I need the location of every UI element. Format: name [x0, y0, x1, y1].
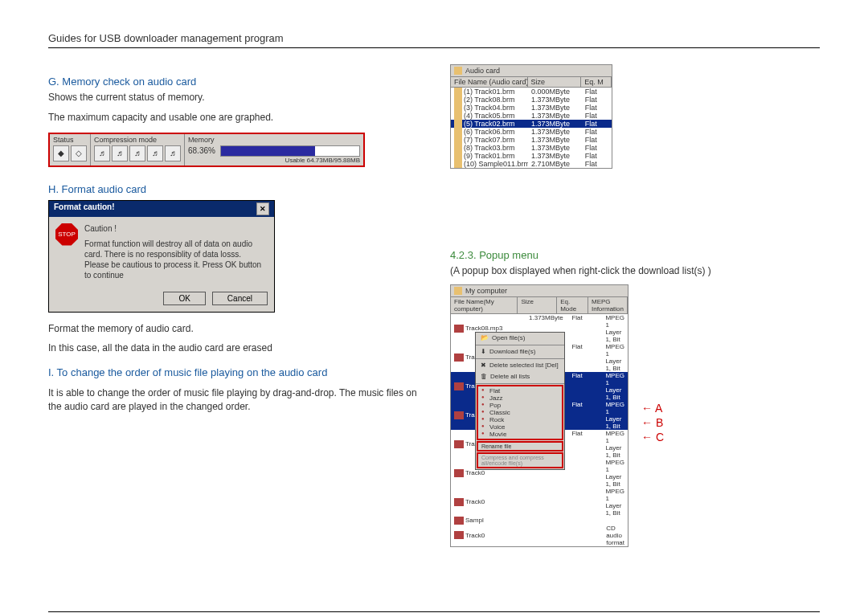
label-a: A: [641, 401, 664, 415]
cm-eq-submenu: FlatJazzPopClassicRockVoiceMovie: [477, 385, 563, 440]
table-row[interactable]: (6) Track06.brm1.373MByteFlat: [451, 128, 612, 136]
table-row[interactable]: (8) Track03.brm1.373MByteFlat: [451, 144, 612, 152]
cm-eq-item[interactable]: Rock: [478, 416, 562, 423]
table-row[interactable]: (2) Track08.brm1.373MByteFlat: [451, 96, 612, 104]
table-row[interactable]: (3) Track04.brm1.373MByteFlat: [451, 104, 612, 112]
comp-icon-2[interactable]: ♬: [112, 145, 128, 161]
cm-eq-item[interactable]: Pop: [478, 402, 562, 409]
section-h-line2: In this case, all the data in the audio …: [48, 341, 418, 355]
cm-eq-item[interactable]: Movie: [478, 431, 562, 438]
cm-compress: Compress and compress all/encode file(s): [477, 452, 563, 468]
music-icon: [454, 517, 464, 525]
file-icon: [454, 152, 462, 160]
section-423-body: (A popup box displayed when right-click …: [450, 264, 820, 278]
col-filename[interactable]: File Name (Audio card): [451, 77, 528, 87]
mycomputer-title: My computer: [465, 287, 507, 295]
audio-card-title: Audio card: [465, 67, 500, 75]
delete-icon: ✖: [481, 362, 486, 369]
cm-download[interactable]: ⬇ Download file(s): [476, 346, 564, 358]
dialog-caution: Caution !: [84, 223, 268, 234]
status-icon-1[interactable]: ◆: [53, 145, 69, 161]
col-size[interactable]: Size: [528, 77, 582, 87]
close-icon[interactable]: ✕: [256, 202, 269, 215]
table-row[interactable]: Track0MPEG 1 Layer 1, Bit: [451, 488, 628, 517]
download-icon: ⬇: [481, 348, 486, 355]
comp-icon-1[interactable]: ♬: [94, 145, 110, 161]
pw-col-name[interactable]: File Name(My computer): [451, 297, 518, 313]
file-icon: [454, 96, 462, 104]
ok-button[interactable]: OK: [163, 292, 205, 305]
memory-label: Memory: [188, 136, 360, 144]
file-icon: [454, 160, 462, 168]
section-g-title: G. Memory check on audio card: [48, 76, 418, 88]
table-row[interactable]: (9) Track01.brm1.373MByteFlat: [451, 152, 612, 160]
dialog-body: Format function will destroy all of data…: [84, 239, 268, 280]
compression-label: Compression mode: [94, 136, 181, 144]
section-423-title: 4.2.3. Popup menu: [450, 249, 820, 261]
section-h-line1: Format the memory of audio card.: [48, 322, 418, 336]
table-row[interactable]: (5) Track02.brm1.373MByteFlat: [451, 120, 612, 128]
section-g-line1: Shows the current status of memory.: [48, 91, 418, 104]
folder-icon: [454, 67, 462, 75]
table-row[interactable]: (7) Track07.brm1.373MByteFlat: [451, 136, 612, 144]
file-icon: [454, 128, 462, 136]
stop-icon: STOP: [55, 223, 78, 246]
file-icon: [454, 104, 462, 112]
audio-card-window: Audio card File Name (Audio card) Size E…: [450, 64, 612, 169]
label-b: B: [641, 415, 664, 430]
table-row[interactable]: Sampl: [451, 517, 628, 525]
table-row[interactable]: (1) Track01.brm0.000MByteFlat: [451, 88, 612, 96]
music-icon: [454, 353, 464, 362]
mycomputer-window: My computer File Name(My computer) Size …: [450, 284, 628, 547]
pw-col-size[interactable]: Size: [518, 297, 557, 313]
section-i-body: It is able to change the order of music …: [48, 386, 418, 414]
section-g-line2: The maximum capacity and usable one are …: [48, 111, 418, 125]
comp-icon-5[interactable]: ♬: [165, 145, 181, 161]
dialog-title: Format caution!: [54, 202, 115, 215]
cm-delete-selected[interactable]: ✖ Delete selected list [Del]: [476, 360, 564, 371]
comp-icon-4[interactable]: ♬: [147, 145, 163, 161]
memory-usable: Usable 64.73MB/95.88MB: [188, 157, 360, 164]
cm-delete-all[interactable]: 🗑 Delete all lists: [476, 371, 564, 382]
pw-col-eq[interactable]: Eq. Mode: [557, 297, 588, 313]
context-menu: 📂 Open file(s) ⬇ Download file(s) ✖ Dele…: [475, 332, 565, 470]
delete-all-icon: 🗑: [481, 373, 487, 380]
folder-icon: [454, 287, 462, 295]
music-icon: [454, 498, 464, 506]
format-dialog: Format caution! ✕ STOP Caution ! Format …: [48, 200, 275, 313]
cm-open[interactable]: 📂 Open file(s): [476, 333, 564, 344]
status-icon-2[interactable]: ◇: [71, 145, 87, 161]
section-i-title: I. To change the order of music file pla…: [48, 366, 418, 378]
memory-percent: 68.36%: [188, 146, 215, 155]
open-icon: 📂: [481, 334, 489, 341]
file-icon: [454, 120, 462, 128]
pw-col-mpeg[interactable]: MEPG Information: [588, 297, 628, 313]
status-label: Status: [53, 136, 87, 144]
file-icon: [454, 136, 462, 144]
music-icon: [454, 411, 464, 419]
music-icon: [454, 382, 464, 390]
comp-icon-3[interactable]: ♬: [129, 145, 145, 161]
music-icon: [454, 440, 464, 448]
music-icon: [454, 531, 464, 539]
section-h-title: H. Format audio card: [48, 183, 418, 195]
cm-eq-item[interactable]: Classic: [478, 409, 562, 416]
label-c: C: [641, 430, 664, 444]
page-header: Guides for USB downloader management pro…: [48, 32, 820, 48]
memory-bar: [220, 145, 360, 157]
cancel-button[interactable]: Cancel: [212, 292, 268, 305]
file-icon: [454, 88, 462, 96]
arrow-labels: A B C: [641, 401, 664, 445]
music-icon: [454, 469, 464, 477]
cm-eq-item[interactable]: Jazz: [478, 394, 562, 402]
file-icon: [454, 112, 462, 120]
table-row[interactable]: (4) Track05.brm1.373MByteFlat: [451, 112, 612, 120]
col-eq[interactable]: Eq. M: [581, 77, 612, 87]
file-icon: [454, 144, 462, 152]
table-row[interactable]: (10) Sample011.brm2.710MByteFlat: [451, 160, 612, 168]
cm-eq-item[interactable]: Voice: [478, 423, 562, 431]
cm-eq-item[interactable]: Flat: [478, 387, 562, 394]
cm-rename[interactable]: Rename file: [477, 441, 563, 452]
music-icon: [454, 325, 464, 333]
table-row[interactable]: Track0CD audio format: [451, 525, 628, 546]
